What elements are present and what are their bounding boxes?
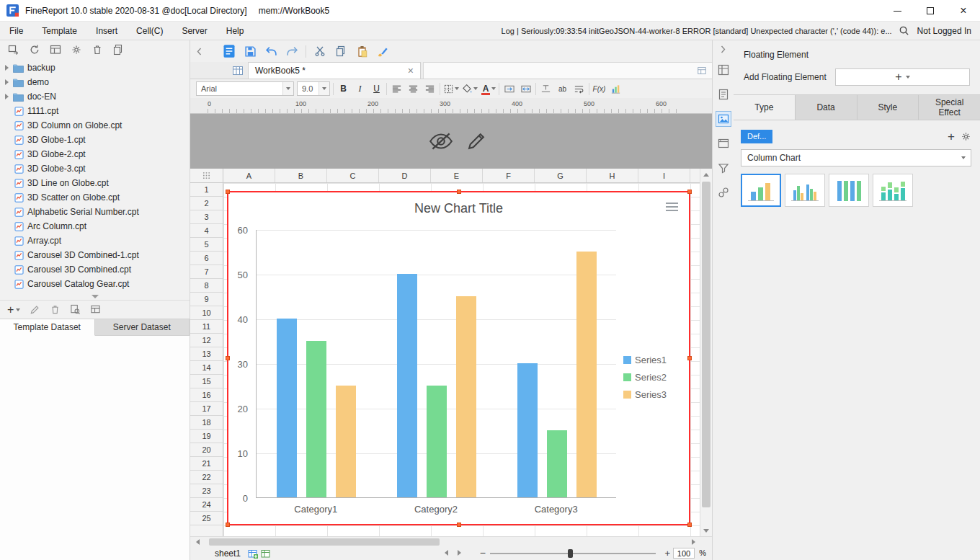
cell-element-icon[interactable] [716,62,731,78]
maximize-button[interactable] [914,0,947,22]
zoom-slider-thumb[interactable] [568,549,573,558]
row-header[interactable]: 12 [190,334,223,347]
row-header[interactable]: 4 [190,224,223,238]
chart-type-thumb-grouped-column[interactable] [741,174,781,207]
row-header[interactable]: 16 [190,388,223,402]
row-header[interactable]: 13 [190,347,223,361]
fill-color-button[interactable] [462,84,478,94]
font-family-dropdown-button[interactable] [282,82,293,95]
new-template-button[interactable] [222,44,236,58]
edit-dataset-button[interactable] [30,304,40,315]
tree-file[interactable]: Alphabetic Serial Number.cpt [0,205,190,219]
tree-folder[interactable]: backup [0,61,190,75]
tree-file[interactable]: Carousel 3D Combined-1.cpt [0,248,190,262]
condition-attributes-icon[interactable] [716,160,731,176]
settings-button[interactable] [71,44,82,55]
column-header-g[interactable]: G [535,169,587,182]
tree-folder[interactable]: doc-EN [0,89,190,104]
shrink-text-button[interactable] [539,82,553,96]
add-dataset-button[interactable]: + [7,304,20,316]
column-header-h[interactable]: H [587,169,638,182]
tree-file[interactable]: 3D Globe-3.cpt [0,161,190,176]
column-header-f[interactable]: F [483,169,535,182]
paste-button[interactable] [355,44,369,58]
menu-item-file[interactable]: File [0,22,32,40]
tree-file[interactable]: Carousel 3D Combined.cpt [0,262,190,277]
resize-handle[interactable] [226,523,230,527]
chart-type-thumb-stacked-column[interactable] [873,174,913,207]
align-left-button[interactable] [390,82,404,96]
formula-bar[interactable] [423,62,712,79]
row-header[interactable]: 1 [190,183,223,197]
resize-handle[interactable] [457,190,461,194]
row-header[interactable]: 11 [190,320,223,334]
row-header[interactable]: 6 [190,252,223,265]
row-header[interactable]: 8 [190,279,223,293]
search-icon[interactable] [899,25,909,36]
zoom-slider[interactable] [490,553,656,554]
tree-folder[interactable]: demo [0,75,190,89]
tree-file[interactable]: Carousel Catalog Gear.cpt [0,277,190,291]
font-size-select[interactable]: 9.0 [297,81,330,96]
refresh-button[interactable] [29,44,40,55]
resize-handle[interactable] [687,356,692,360]
insert-chart-sheet-icon[interactable] [261,549,271,559]
workbook-tab[interactable]: WorkBook5 * × [248,62,421,79]
resize-handle[interactable] [457,523,461,527]
italic-button[interactable]: I [353,82,367,96]
menu-item-help[interactable]: Help [217,22,254,40]
select-all-corner[interactable] [190,169,223,182]
cell-editor-icon[interactable] [697,66,707,76]
dataset-manage-button[interactable] [90,304,101,315]
tree-file[interactable]: 3D Scatter on Globe.cpt [0,190,190,205]
vertical-scroll-thumb[interactable] [702,182,710,507]
tree-file[interactable]: 1111.cpt [0,104,190,118]
copy-template-button[interactable] [112,44,124,55]
chart-type-select[interactable]: Column Chart [741,149,971,166]
resize-handle[interactable] [687,523,692,527]
column-header-d[interactable]: D [379,169,431,182]
row-header[interactable]: 20 [190,443,223,457]
row-header[interactable]: 24 [190,498,223,512]
resize-handle[interactable] [226,190,230,194]
zoom-out-button[interactable]: − [480,547,486,559]
definition-tab[interactable]: Def... [741,130,772,143]
chart-type-thumb-multi-series-column[interactable] [785,174,825,207]
text-style-button[interactable]: ab [556,82,569,96]
floating-chart[interactable]: New Chart Title 0102030405060 Category1C… [227,191,690,525]
floating-element-icon[interactable] [716,111,731,127]
insert-grid-sheet-icon[interactable] [248,549,258,559]
panel-tab-type[interactable]: Type [734,95,796,120]
zoom-value-input[interactable]: 100 [673,548,695,559]
row-header[interactable]: 17 [190,402,223,416]
horizontal-scroll-thumb[interactable] [209,538,440,546]
view-mode-button[interactable] [50,44,61,55]
row-header[interactable]: 19 [190,430,223,443]
scroll-down-button[interactable] [700,525,712,536]
row-header[interactable]: 9 [190,293,223,306]
menu-item-insert[interactable]: Insert [86,22,127,40]
copy-button[interactable] [334,44,348,58]
wrap-text-button[interactable] [572,82,586,96]
tree-file[interactable]: 3D Globe-1.cpt [0,133,190,147]
row-header[interactable]: 7 [190,265,223,279]
save-button[interactable] [243,44,257,58]
row-header[interactable]: 2 [190,197,223,210]
row-header[interactable]: 10 [190,306,223,320]
font-color-button[interactable]: A [481,84,496,94]
merge-cells-button[interactable] [502,82,516,96]
align-center-button[interactable] [406,82,420,96]
legend-item-series3[interactable]: Series3 [623,388,667,401]
row-header[interactable]: 5 [190,238,223,252]
unmerge-cells-button[interactable] [519,82,533,96]
legend-item-series1[interactable]: Series1 [623,354,667,366]
expand-caret-icon[interactable] [5,65,9,71]
login-status[interactable]: Not Logged In [916,26,971,36]
tree-file[interactable]: 3D Line on Globe.cpt [0,176,190,190]
bold-button[interactable]: B [337,82,350,96]
column-header-c[interactable]: C [327,169,379,182]
row-header[interactable]: 18 [190,416,223,430]
chart-type-thumb-percent-stacked-column[interactable] [829,174,869,207]
expand-caret-icon[interactable] [5,94,9,99]
column-header-i[interactable]: I [638,169,690,182]
